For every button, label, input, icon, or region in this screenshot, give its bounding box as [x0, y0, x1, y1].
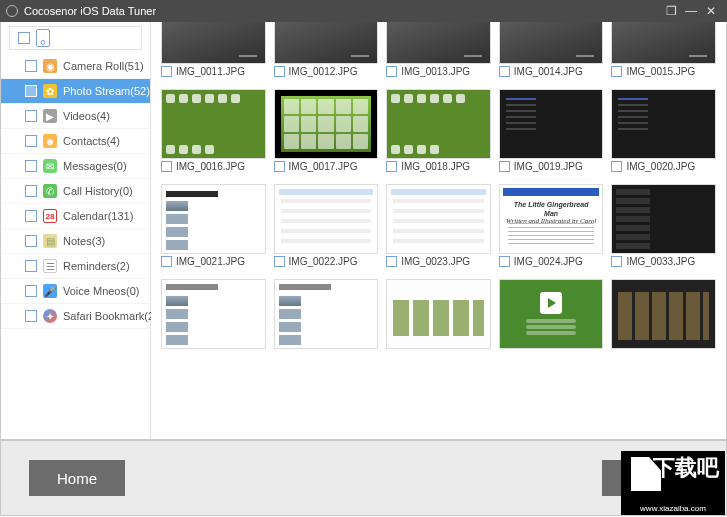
- sidebar-item-camera-roll[interactable]: ◉ Camera Roll(51): [1, 54, 150, 79]
- thumbnail-item[interactable]: IMG_0023.JPG: [386, 184, 491, 269]
- minimize-button[interactable]: —: [681, 3, 701, 19]
- thumbnail-image[interactable]: [611, 22, 716, 64]
- sidebar-item-label: Voice Mneos(0): [63, 285, 139, 297]
- thumbnail-checkbox[interactable]: [499, 66, 510, 77]
- right-button[interactable]: R: [602, 460, 698, 496]
- thumbnail-item[interactable]: IMG_0017.JPG: [274, 89, 379, 174]
- checkbox[interactable]: [25, 235, 37, 247]
- thumbnail-item[interactable]: IMG_0016.JPG: [161, 89, 266, 174]
- thumbnail-image[interactable]: [274, 89, 379, 159]
- thumbnail-item[interactable]: [611, 279, 716, 349]
- checkbox[interactable]: [25, 85, 37, 97]
- thumbnail-checkbox[interactable]: [274, 256, 285, 267]
- thumbnail-filename: IMG_0033.JPG: [626, 256, 695, 267]
- thumbnail-item[interactable]: IMG_0022.JPG: [274, 184, 379, 269]
- thumbnail-item[interactable]: IMG_0012.JPG: [274, 22, 379, 79]
- thumbnail-item[interactable]: IMG_0018.JPG: [386, 89, 491, 174]
- checkbox[interactable]: [25, 60, 37, 72]
- thumbnail-image[interactable]: [161, 184, 266, 254]
- thumbnail-filename: IMG_0012.JPG: [289, 66, 358, 77]
- sidebar-item-safari-bookmark[interactable]: ✦ Safari Bookmark(21): [1, 304, 150, 329]
- thumbnail-label-row: IMG_0014.JPG: [499, 64, 604, 79]
- thumbnail-checkbox[interactable]: [611, 256, 622, 267]
- thumbnail-image[interactable]: [161, 279, 266, 349]
- close-button[interactable]: ✕: [701, 3, 721, 19]
- thumbnail-label-row: IMG_0019.JPG: [499, 159, 604, 174]
- thumbnail-checkbox[interactable]: [386, 256, 397, 267]
- app-logo-icon: [6, 5, 18, 17]
- sidebar-item-calendar[interactable]: 28 Calendar(131): [1, 204, 150, 229]
- thumbnail-image[interactable]: [386, 22, 491, 64]
- sidebar-item-label: Camera Roll(51): [63, 60, 144, 72]
- checkbox[interactable]: [25, 185, 37, 197]
- thumbnail-item[interactable]: The Little Gingerbread ManWritten and Il…: [499, 184, 604, 269]
- thumbnail-checkbox[interactable]: [611, 66, 622, 77]
- thumbnail-checkbox[interactable]: [161, 161, 172, 172]
- thumbnail-item[interactable]: IMG_0021.JPG: [161, 184, 266, 269]
- thumbnail-checkbox[interactable]: [161, 256, 172, 267]
- checkbox[interactable]: [25, 135, 37, 147]
- thumbnail-checkbox[interactable]: [274, 161, 285, 172]
- thumbnail-item[interactable]: IMG_0014.JPG: [499, 22, 604, 79]
- thumbnail-label-row: IMG_0020.JPG: [611, 159, 716, 174]
- sidebar-item-videos[interactable]: ▶ Videos(4): [1, 104, 150, 129]
- sidebar-item-notes[interactable]: ▤ Notes(3): [1, 229, 150, 254]
- thumbnail-label-row: IMG_0015.JPG: [611, 64, 716, 79]
- sidebar-item-label: Photo Stream(52): [63, 85, 150, 97]
- thumbnail-checkbox[interactable]: [274, 66, 285, 77]
- thumbnail-filename: IMG_0019.JPG: [514, 161, 583, 172]
- home-button[interactable]: Home: [29, 460, 125, 496]
- restore-button[interactable]: ❐: [661, 3, 681, 19]
- sidebar-item-voice-memos[interactable]: 🎤 Voice Mneos(0): [1, 279, 150, 304]
- thumbnail-label-row: IMG_0023.JPG: [386, 254, 491, 269]
- thumbnail-image[interactable]: [386, 184, 491, 254]
- thumbnail-image[interactable]: [499, 89, 604, 159]
- thumbnail-image[interactable]: [274, 184, 379, 254]
- thumbnail-item[interactable]: IMG_0013.JPG: [386, 22, 491, 79]
- checkbox[interactable]: [25, 210, 37, 222]
- thumbnail-checkbox[interactable]: [386, 66, 397, 77]
- thumbnail-item[interactable]: IMG_0011.JPG: [161, 22, 266, 79]
- thumbnail-checkbox[interactable]: [386, 161, 397, 172]
- sidebar-item-label: Calendar(131): [63, 210, 133, 222]
- thumbnail-image[interactable]: [499, 279, 604, 349]
- sidebar-item-messages[interactable]: ✉ Messages(0): [1, 154, 150, 179]
- thumbnail-grid: IMG_0011.JPGIMG_0012.JPGIMG_0013.JPGIMG_…: [151, 22, 726, 439]
- sidebar-item-call-history[interactable]: ✆ Call History(0): [1, 179, 150, 204]
- checkbox[interactable]: [25, 260, 37, 272]
- thumbnail-item[interactable]: [274, 279, 379, 349]
- thumbnail-checkbox[interactable]: [499, 161, 510, 172]
- thumbnail-image[interactable]: [274, 22, 379, 64]
- sidebar-item-contacts[interactable]: ☻ Contacts(4): [1, 129, 150, 154]
- thumbnail-image[interactable]: The Little Gingerbread ManWritten and Il…: [499, 184, 604, 254]
- checkbox[interactable]: [25, 285, 37, 297]
- thumbnail-item[interactable]: [386, 279, 491, 349]
- thumbnail-checkbox[interactable]: [611, 161, 622, 172]
- thumbnail-label-row: IMG_0024.JPG: [499, 254, 604, 269]
- thumbnail-image[interactable]: [386, 89, 491, 159]
- thumbnail-checkbox[interactable]: [499, 256, 510, 267]
- select-all-checkbox[interactable]: [18, 32, 30, 44]
- checkbox[interactable]: [25, 310, 37, 322]
- thumbnail-item[interactable]: IMG_0020.JPG: [611, 89, 716, 174]
- thumbnail-image[interactable]: [161, 89, 266, 159]
- thumbnail-image[interactable]: [611, 184, 716, 254]
- checkbox[interactable]: [25, 110, 37, 122]
- thumbnail-item[interactable]: [161, 279, 266, 349]
- thumbnail-item[interactable]: IMG_0015.JPG: [611, 22, 716, 79]
- thumbnail-image[interactable]: [161, 22, 266, 64]
- thumbnail-item[interactable]: [499, 279, 604, 349]
- thumbnail-checkbox[interactable]: [161, 66, 172, 77]
- thumbnail-image[interactable]: [499, 22, 604, 64]
- thumbnail-filename: IMG_0014.JPG: [514, 66, 583, 77]
- thumbnail-image[interactable]: [274, 279, 379, 349]
- sidebar-item-photo-stream[interactable]: ✿ Photo Stream(52): [1, 79, 150, 104]
- sidebar-item-reminders[interactable]: ☰ Reminders(2): [1, 254, 150, 279]
- thumbnail-image[interactable]: [386, 279, 491, 349]
- thumbnail-image[interactable]: [611, 89, 716, 159]
- thumbnail-item[interactable]: IMG_0033.JPG: [611, 184, 716, 269]
- thumbnail-item[interactable]: IMG_0019.JPG: [499, 89, 604, 174]
- titlebar: Cocosenor iOS Data Tuner ❐ — ✕: [0, 0, 727, 22]
- checkbox[interactable]: [25, 160, 37, 172]
- thumbnail-image[interactable]: [611, 279, 716, 349]
